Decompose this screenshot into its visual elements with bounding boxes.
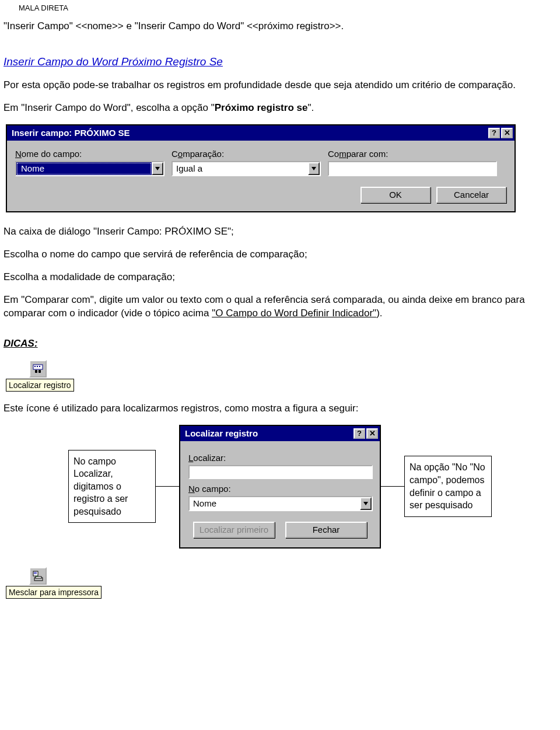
dialog2-titlebar[interactable]: Localizar registro ? ✕ xyxy=(180,426,380,441)
fechar-button[interactable]: Fechar xyxy=(285,522,367,538)
label-no-campo: No campo: xyxy=(188,484,372,494)
combo-nome[interactable]: Nome xyxy=(15,161,164,176)
label-comparar: Comparar com: xyxy=(328,149,388,159)
svg-rect-3 xyxy=(34,366,36,367)
paragraph-5: Escolha a modalidade de comparação; xyxy=(4,271,556,284)
intro-mid: e "Inserir Campo do Word" xyxy=(124,20,247,32)
intro-post: . xyxy=(341,20,344,32)
svg-marker-8 xyxy=(363,502,368,505)
label-localizar: Localizar: xyxy=(188,453,372,463)
p6-post: ). xyxy=(376,308,382,319)
toolbar-mesclar-wrap: Mesclar para impressora xyxy=(6,567,102,599)
svg-marker-1 xyxy=(312,167,316,170)
mesclar-impressora-button[interactable] xyxy=(29,567,47,585)
localizar-registro-button[interactable] xyxy=(29,360,47,378)
p2-strong: Próximo registro se xyxy=(215,102,308,113)
label-nome: NNome do campo:ome do campo: xyxy=(15,149,82,159)
dialog1-title: Inserir campo: PRÓXIMO SE xyxy=(12,128,487,138)
merge-to-printer-icon xyxy=(32,571,44,581)
paragraph-6: Em "Comparar com", digite um valor ou te… xyxy=(4,294,556,320)
input-comparar-com[interactable] xyxy=(328,161,497,176)
combo-no-campo-value: Nome xyxy=(190,497,360,510)
callout-left: No campo Localizar, digitamos o registro… xyxy=(68,450,156,523)
label-comparacao: Comparação: xyxy=(172,149,224,159)
cancel-button[interactable]: Cancelar xyxy=(436,187,506,203)
connector-line-left xyxy=(156,486,179,487)
intro-field1: <<nome>> xyxy=(76,20,124,32)
ok-button[interactable]: OK xyxy=(360,187,430,203)
combo-no-campo[interactable]: Nome xyxy=(188,496,373,511)
p2-pre: Em "Inserir Campo do Word", escolha a op… xyxy=(4,102,215,113)
p6-link: "O Campo do Word Definir Indicador" xyxy=(212,308,376,319)
header-mala: MALA DIRETA xyxy=(19,4,560,12)
localizar-primeiro-button[interactable]: Localizar primeiro xyxy=(193,522,275,538)
close-button[interactable]: ✕ xyxy=(366,428,378,439)
mesclar-impressora-tooltip: Mesclar para impressora xyxy=(6,586,102,599)
svg-rect-7 xyxy=(38,370,41,373)
combo-nome-value: Nome xyxy=(17,163,151,174)
svg-rect-14 xyxy=(36,577,41,578)
dialog2-body: Localizar: No campo: Nome Localizar prim… xyxy=(180,441,380,547)
intro-line: "Inserir Campo" <<nome>> e "Inserir Camp… xyxy=(4,20,556,32)
chevron-down-icon[interactable] xyxy=(308,162,320,175)
combo-comparacao-value: Igual a xyxy=(173,162,308,175)
paragraph-2: Em "Inserir Campo do Word", escolha a op… xyxy=(4,102,556,115)
dicas-heading: DICAS: xyxy=(4,338,556,350)
close-button[interactable]: ✕ xyxy=(501,128,513,138)
connector-line-right xyxy=(381,486,404,487)
chevron-down-icon[interactable] xyxy=(152,162,163,175)
binoculars-icon xyxy=(33,364,43,373)
svg-marker-0 xyxy=(155,167,160,170)
paragraph-1: Por esta opção pode-se trabalhar os regi… xyxy=(4,79,556,92)
svg-rect-4 xyxy=(37,366,38,367)
localizar-registro-tooltip: Localizar registro xyxy=(6,379,74,392)
combo-comparacao[interactable]: Igual a xyxy=(172,161,321,176)
svg-rect-6 xyxy=(35,370,37,373)
dialog1-body: NNome do campo:ome do campo: Comparação:… xyxy=(7,141,514,211)
help-button[interactable]: ? xyxy=(354,428,365,439)
help-button[interactable]: ? xyxy=(488,128,500,138)
paragraph-7: Este ícone é utilizado para localizarmos… xyxy=(4,402,556,415)
input-localizar[interactable] xyxy=(188,465,373,479)
svg-rect-5 xyxy=(39,366,40,367)
dialog-proximo-se: Inserir campo: PRÓXIMO SE ? ✕ NNome do c… xyxy=(6,124,516,212)
intro-pre: "Inserir Campo" xyxy=(4,20,76,32)
dialog-localizar-registro: Localizar registro ? ✕ Localizar: No cam… xyxy=(179,425,381,549)
callout-right: Na opção "No "No campo", podemos definir… xyxy=(404,456,492,516)
paragraph-3: Na caixa de diálogo "Inserir Campo: PRÓX… xyxy=(4,225,556,239)
paragraph-4: Escolha o nome do campo que servirá de r… xyxy=(4,248,556,261)
dialog2-title: Localizar registro xyxy=(185,428,352,438)
toolbar-localizar-wrap: Localizar registro xyxy=(6,360,74,392)
section-heading-link[interactable]: Inserir Campo do Word Próximo Registro S… xyxy=(4,55,556,68)
dialog-titlebar[interactable]: Inserir campo: PRÓXIMO SE ? ✕ xyxy=(7,125,514,141)
intro-field2: <<próximo registro>> xyxy=(247,20,341,32)
chevron-down-icon[interactable] xyxy=(360,497,372,510)
p2-post: ". xyxy=(307,102,314,113)
